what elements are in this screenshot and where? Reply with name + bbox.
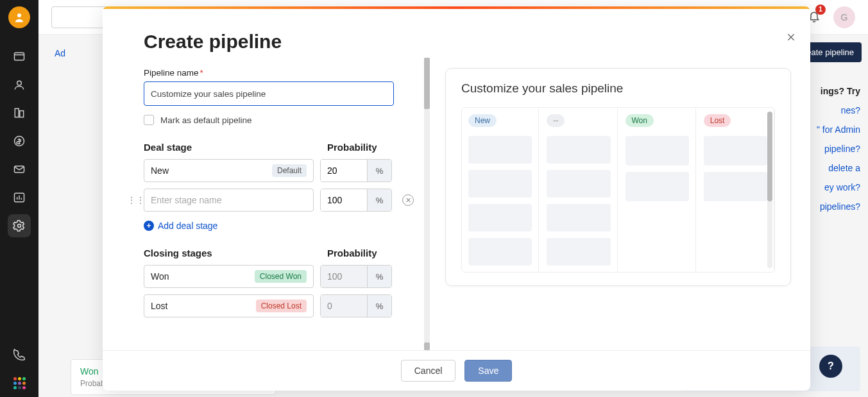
kanban-card-placeholder: [625, 172, 689, 201]
default-pill: Default: [272, 164, 307, 177]
kanban-tag-won: Won: [625, 114, 654, 127]
kanban-col-new: New: [462, 108, 539, 272]
probability-input-won: %: [320, 265, 392, 288]
left-nav-rail: [0, 0, 38, 397]
closing-stages-header: Closing stages: [144, 248, 317, 258]
stage-name-input-blank[interactable]: Enter stage name: [144, 189, 314, 212]
kanban-tag-blank: --: [547, 114, 565, 127]
percent-suffix: %: [367, 295, 391, 317]
kanban-card-placeholder: [547, 136, 610, 164]
nav-settings-icon[interactable]: [8, 214, 31, 237]
stage-name-value: Won: [151, 271, 169, 282]
probability-value[interactable]: [321, 189, 367, 211]
kanban-card-placeholder: [704, 172, 767, 201]
kanban-card-placeholder: [468, 204, 532, 232]
stage-name-input-new[interactable]: New Default: [144, 159, 314, 182]
probability-input-lost: %: [320, 294, 392, 317]
kanban-card-placeholder: [547, 238, 610, 266]
create-pipeline-modal: Create pipeline Pipeline name* Mark as d…: [103, 6, 810, 391]
probability-input-blank[interactable]: %: [320, 189, 392, 212]
kanban-tag-lost: Lost: [704, 114, 731, 127]
save-button[interactable]: Save: [464, 360, 512, 382]
modal-backdrop: Create pipeline Pipeline name* Mark as d…: [38, 0, 868, 397]
svg-rect-1: [15, 53, 24, 60]
stage-name-placeholder: Enter stage name: [151, 195, 222, 205]
stage-name-input-won[interactable]: Won Closed Won: [144, 265, 314, 288]
nav-apps-icon[interactable]: [8, 371, 31, 394]
stage-name-value: Lost: [151, 301, 167, 311]
stage-name-input-lost[interactable]: Lost Closed Lost: [144, 294, 314, 317]
kanban-card-placeholder: [468, 238, 532, 266]
percent-suffix: %: [367, 266, 391, 287]
form-scrollbar-thumb-bottom[interactable]: [424, 342, 430, 350]
kanban-card-placeholder: [547, 204, 610, 232]
close-icon[interactable]: [786, 32, 796, 45]
preview-title: Customize your sales pipeline: [461, 81, 775, 96]
add-deal-stage-button[interactable]: + Add deal stage: [144, 221, 423, 231]
mark-default-checkbox[interactable]: [144, 115, 154, 125]
probability-value[interactable]: [321, 160, 367, 182]
mark-default-label: Mark as default pipeline: [160, 115, 252, 125]
brand-logo[interactable]: [8, 6, 30, 28]
svg-rect-4: [20, 111, 24, 117]
nav-dashboard-icon[interactable]: [8, 45, 31, 68]
modal-title: Create pipeline: [103, 9, 810, 58]
kanban-scrollbar-thumb[interactable]: [767, 112, 772, 201]
svg-point-8: [18, 224, 21, 228]
deal-stage-header: Deal stage: [144, 142, 317, 153]
kanban-card-placeholder: [547, 170, 610, 198]
kanban-col-lost: Lost: [697, 108, 774, 272]
percent-suffix: %: [367, 189, 391, 211]
remove-stage-icon[interactable]: ✕: [402, 194, 414, 206]
probability-value: [321, 295, 367, 317]
nav-accounts-icon[interactable]: [8, 101, 31, 124]
pipeline-form: Pipeline name* Mark as default pipeline …: [103, 58, 430, 350]
form-scrollbar-thumb[interactable]: [424, 58, 430, 109]
kanban-card-placeholder: [468, 170, 532, 198]
nav-contacts-icon[interactable]: [8, 73, 31, 96]
closed-won-pill: Closed Won: [255, 270, 307, 283]
preview-card: Customize your sales pipeline New --: [445, 68, 791, 286]
nav-reports-icon[interactable]: [8, 186, 31, 209]
drag-handle-icon[interactable]: ⋮⋮: [127, 195, 145, 205]
kanban-card-placeholder: [704, 136, 767, 165]
kanban-card-placeholder: [625, 136, 689, 165]
pipeline-name-label: Pipeline name*: [144, 68, 423, 78]
percent-suffix: %: [367, 160, 391, 182]
kanban-col-won: Won: [619, 108, 696, 272]
kanban-card-placeholder: [468, 136, 532, 164]
svg-point-2: [17, 81, 22, 85]
probability-value: [321, 266, 367, 287]
probability-input-new[interactable]: %: [320, 159, 392, 182]
plus-icon: +: [144, 221, 154, 231]
nav-phone-icon[interactable]: [8, 343, 31, 366]
nav-deals-icon[interactable]: [8, 130, 31, 153]
nav-mail-icon[interactable]: [8, 158, 31, 181]
add-deal-stage-label: Add deal stage: [158, 221, 217, 231]
cancel-button[interactable]: Cancel: [401, 360, 456, 382]
kanban-preview: New --: [461, 107, 775, 273]
probability-header: Probability: [327, 142, 398, 153]
pipeline-name-input[interactable]: [144, 81, 394, 106]
kanban-col-blank: --: [540, 108, 617, 272]
stage-name-value: New: [151, 165, 169, 176]
probability-header-2: Probability: [327, 248, 398, 258]
kanban-tag-new: New: [468, 114, 497, 127]
svg-rect-3: [15, 108, 19, 117]
closed-lost-pill: Closed Lost: [256, 300, 307, 312]
pipeline-preview: Customize your sales pipeline New --: [430, 58, 810, 350]
svg-point-0: [17, 13, 21, 17]
modal-footer: Cancel Save: [103, 350, 810, 391]
